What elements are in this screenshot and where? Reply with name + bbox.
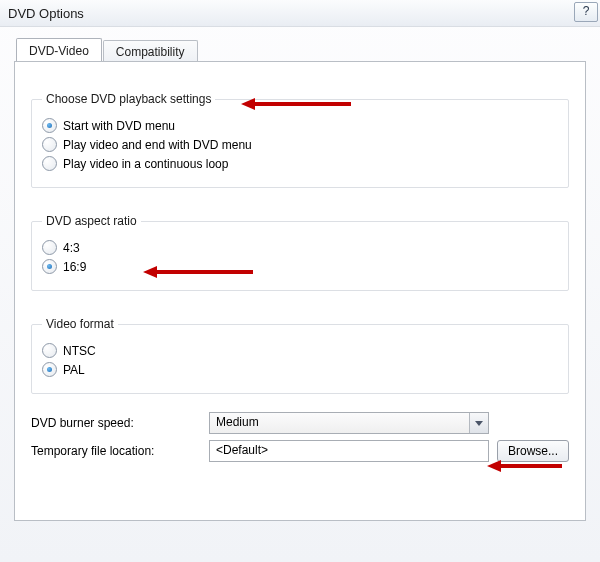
radio-icon bbox=[42, 259, 57, 274]
radio-label: NTSC bbox=[63, 344, 96, 358]
label-burner-speed: DVD burner speed: bbox=[31, 416, 201, 430]
row-burner-speed: DVD burner speed: Medium bbox=[31, 412, 569, 434]
radio-label: Play video in a continuous loop bbox=[63, 157, 228, 171]
group-video-format: Video format NTSC PAL bbox=[31, 317, 569, 394]
group-playback-settings: Choose DVD playback settings Start with … bbox=[31, 92, 569, 188]
radio-icon bbox=[42, 137, 57, 152]
browse-button[interactable]: Browse... bbox=[497, 440, 569, 462]
burner-speed-dropdown[interactable]: Medium bbox=[209, 412, 489, 434]
radio-format-pal[interactable]: PAL bbox=[42, 362, 558, 377]
radio-continuous-loop[interactable]: Play video in a continuous loop bbox=[42, 156, 558, 171]
text-value: <Default> bbox=[216, 443, 268, 457]
temp-location-field[interactable]: <Default> bbox=[209, 440, 489, 462]
radio-aspect-4-3[interactable]: 4:3 bbox=[42, 240, 558, 255]
tab-dvd-video[interactable]: DVD-Video bbox=[16, 38, 102, 61]
dropdown-value: Medium bbox=[216, 415, 259, 429]
radio-icon bbox=[42, 118, 57, 133]
radio-label: Play video and end with DVD menu bbox=[63, 138, 252, 152]
help-button[interactable]: ? bbox=[574, 2, 598, 22]
dvd-options-window: DVD Options ? DVD-Video Compatibility Ch… bbox=[0, 0, 600, 562]
radio-icon bbox=[42, 156, 57, 171]
help-icon: ? bbox=[583, 4, 590, 18]
tabstrip: DVD-Video Compatibility bbox=[16, 37, 586, 61]
radio-label: 16:9 bbox=[63, 260, 86, 274]
radio-label: Start with DVD menu bbox=[63, 119, 175, 133]
label-temp-location: Temporary file location: bbox=[31, 444, 201, 458]
group-legend: Video format bbox=[42, 317, 118, 331]
window-title: DVD Options bbox=[8, 6, 84, 21]
tab-compatibility[interactable]: Compatibility bbox=[103, 40, 198, 62]
tab-label: DVD-Video bbox=[29, 44, 89, 58]
radio-format-ntsc[interactable]: NTSC bbox=[42, 343, 558, 358]
radio-icon bbox=[42, 343, 57, 358]
row-temp-location: Temporary file location: <Default> Brows… bbox=[31, 440, 569, 462]
radio-label: 4:3 bbox=[63, 241, 80, 255]
group-legend: Choose DVD playback settings bbox=[42, 92, 215, 106]
titlebar: DVD Options ? bbox=[0, 0, 600, 27]
radio-label: PAL bbox=[63, 363, 85, 377]
tab-label: Compatibility bbox=[116, 45, 185, 59]
client-area: DVD-Video Compatibility Choose DVD playb… bbox=[0, 27, 600, 521]
radio-aspect-16-9[interactable]: 16:9 bbox=[42, 259, 558, 274]
tabpanel-dvd-video: Choose DVD playback settings Start with … bbox=[14, 61, 586, 521]
radio-icon bbox=[42, 240, 57, 255]
radio-icon bbox=[42, 362, 57, 377]
radio-start-with-menu[interactable]: Start with DVD menu bbox=[42, 118, 558, 133]
group-legend: DVD aspect ratio bbox=[42, 214, 141, 228]
radio-play-then-menu[interactable]: Play video and end with DVD menu bbox=[42, 137, 558, 152]
button-label: Browse... bbox=[508, 444, 558, 458]
group-aspect-ratio: DVD aspect ratio 4:3 16:9 bbox=[31, 214, 569, 291]
chevron-down-icon bbox=[469, 413, 488, 433]
